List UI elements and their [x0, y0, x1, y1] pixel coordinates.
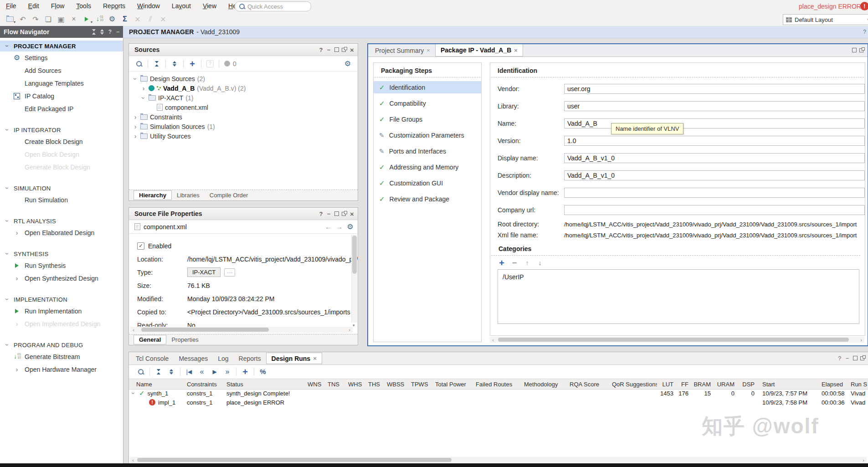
- design-runs-horizontal-scrollbar[interactable]: ‹ ›: [130, 457, 867, 463]
- error-badge-icon[interactable]: !: [860, 2, 868, 10]
- close-icon[interactable]: ×: [514, 47, 518, 54]
- column-header-rqa-score[interactable]: RQA Score: [568, 379, 610, 389]
- column-header-wns[interactable]: WNS: [306, 379, 326, 389]
- help-icon[interactable]: ?: [863, 29, 866, 35]
- collapse-all-button[interactable]: [152, 366, 165, 378]
- close-icon[interactable]: ×: [426, 47, 430, 54]
- nav-section-project-manager[interactable]: ›PROJECT MANAGER: [0, 41, 123, 51]
- nav-item-open-elaborated-design[interactable]: ›Open Elaborated Design: [0, 226, 123, 239]
- move-down-button[interactable]: ↓: [535, 258, 545, 267]
- expander-down-icon[interactable]: ›: [131, 390, 136, 396]
- packaging-step-compatibility[interactable]: ✓Compatibility: [374, 97, 481, 109]
- nav-item-open-synthesized-design[interactable]: ›Open Synthesized Design: [0, 272, 123, 285]
- nav-item-generate-block-design[interactable]: Generate Block Design: [0, 161, 123, 174]
- close-icon[interactable]: ×: [348, 210, 356, 217]
- nav-section-synthesis[interactable]: ›SYNTHESIS: [0, 248, 123, 259]
- remove-category-button[interactable]: −: [509, 258, 519, 267]
- column-header-dsp[interactable]: DSP: [736, 379, 756, 389]
- first-run-button[interactable]: |◀: [183, 366, 195, 378]
- help-icon[interactable]: ?: [317, 46, 325, 53]
- column-header-wbss[interactable]: WBSS: [385, 379, 409, 389]
- sources-settings-button[interactable]: ⚙: [341, 58, 354, 70]
- editor-tab-project-summary[interactable]: Project Summary×: [370, 44, 435, 56]
- tree-item-vadd-a-b[interactable]: ›Vadd_A_B (Vadd_A_B.v) (2): [129, 83, 358, 93]
- report-button[interactable]: Σ: [118, 13, 131, 25]
- nav-item-run-simulation[interactable]: Run Simulation: [0, 194, 123, 206]
- packaging-step-customization-gui[interactable]: ✓Customization GUI: [374, 177, 481, 189]
- nav-item-open-implemented-design[interactable]: ›Open Implemented Design: [0, 318, 123, 330]
- expander-down-icon[interactable]: ›: [141, 95, 146, 101]
- field-input-display-name[interactable]: Vadd_A_B_v1_0: [564, 153, 865, 163]
- layout-selector[interactable]: Default Layout ▾: [783, 14, 868, 25]
- field-input-vendor[interactable]: user.org: [564, 84, 865, 94]
- search-button[interactable]: [134, 366, 147, 378]
- field-input-version[interactable]: 1.0: [564, 136, 865, 146]
- gear-icon[interactable]: ⚙: [346, 223, 354, 231]
- packaging-step-addressing-and-memory[interactable]: ✓Addressing and Memory: [374, 161, 481, 173]
- sources-tab-libraries[interactable]: Libraries: [172, 190, 205, 200]
- float-icon[interactable]: [859, 354, 867, 362]
- nav-section-program-and-debug[interactable]: ›PROGRAM AND DEBUG: [0, 339, 123, 350]
- editor-tab-package-ip-vadd-a-b[interactable]: Package IP - Vadd_A_B×: [435, 44, 523, 56]
- collapse-all-button[interactable]: [150, 58, 163, 70]
- identification-horizontal-scrollbar[interactable]: ‹ ›: [490, 337, 864, 343]
- menu-edit[interactable]: Edit: [22, 0, 45, 12]
- column-header-methodology[interactable]: Methodology: [522, 379, 568, 389]
- expand-all-icon[interactable]: [100, 29, 104, 35]
- tree-item-simulation-sources[interactable]: ›Simulation Sources (1): [129, 122, 358, 131]
- float-icon[interactable]: [858, 46, 866, 54]
- quick-access-search[interactable]: Quick Access: [235, 1, 311, 11]
- design-run-row-synth-1[interactable]: ›✓synth_1constrs_1synth_design Complete!…: [129, 389, 868, 398]
- minimize-icon[interactable]: −: [843, 354, 851, 362]
- expander-right-icon[interactable]: ›: [133, 124, 138, 129]
- expander-down-icon[interactable]: ›: [133, 76, 138, 82]
- column-header-total-power[interactable]: Total Power: [433, 379, 474, 389]
- menu-window[interactable]: Window: [131, 0, 166, 12]
- minimize-icon[interactable]: −: [325, 210, 333, 217]
- tree-item-utility-sources[interactable]: ›Utility Sources: [129, 131, 358, 141]
- properties-vertical-scrollbar[interactable]: ▾: [351, 235, 357, 323]
- menu-view[interactable]: View: [197, 0, 222, 12]
- nav-section-ip-integrator[interactable]: ›IP INTEGRATOR: [0, 124, 123, 135]
- more-button[interactable]: ···: [224, 268, 235, 277]
- back-icon[interactable]: ←: [324, 223, 332, 231]
- packaging-step-customization-parameters[interactable]: ✎Customization Parameters: [374, 129, 481, 141]
- play-run-button[interactable]: ▶: [208, 366, 221, 378]
- column-header-constraints[interactable]: Constraints: [185, 379, 225, 389]
- help-icon[interactable]: ?: [836, 354, 843, 362]
- move-up-button[interactable]: ↑: [522, 258, 532, 267]
- packaging-step-file-groups[interactable]: ✓File Groups: [374, 113, 481, 125]
- settings-button[interactable]: ⚙: [106, 13, 118, 25]
- sources-tab-compile-order[interactable]: Compile Order: [205, 190, 253, 200]
- column-header-qor-suggestions[interactable]: QoR Suggestions: [610, 379, 657, 389]
- help-icon[interactable]: ?: [317, 210, 325, 217]
- tree-item-component-xml[interactable]: component.xml: [129, 103, 358, 112]
- nav-section-simulation[interactable]: ›SIMULATION: [0, 183, 123, 194]
- packaging-step-ports-and-interfaces[interactable]: ✎Ports and Interfaces: [374, 145, 481, 157]
- column-header-whs[interactable]: WHS: [346, 379, 366, 389]
- packaging-step-identification[interactable]: ✓Identification: [374, 81, 481, 93]
- create-run-button[interactable]: +: [239, 366, 252, 378]
- menu-tools[interactable]: Tools: [70, 0, 97, 12]
- close-icon[interactable]: ×: [313, 355, 317, 362]
- collapse-all-icon[interactable]: [92, 29, 96, 35]
- percent-button[interactable]: %: [257, 366, 269, 378]
- column-header-failed-routes[interactable]: Failed Routes: [474, 379, 522, 389]
- properties-tab-general[interactable]: General: [134, 335, 166, 344]
- add-category-button[interactable]: +: [497, 258, 507, 267]
- column-header-uram[interactable]: URAM: [713, 379, 736, 389]
- enabled-checkbox[interactable]: ✓: [137, 242, 144, 250]
- column-header-lut[interactable]: LUT: [657, 379, 675, 389]
- column-header-tns[interactable]: TNS: [326, 379, 346, 389]
- column-header-ff[interactable]: FF: [675, 379, 690, 389]
- nav-item-settings[interactable]: ⚙Settings: [0, 51, 123, 64]
- sources-tab-hierarchy[interactable]: Hierarchy: [134, 190, 172, 200]
- nav-item-open-block-design[interactable]: Open Block Design: [0, 148, 123, 161]
- nav-item-open-hardware-manager[interactable]: ›Open Hardware Manager: [0, 363, 123, 376]
- redo-button[interactable]: ↷: [29, 13, 42, 25]
- expander-right-icon[interactable]: ›: [133, 133, 138, 139]
- tree-item-ip-xact[interactable]: ›IP-XACT (1): [129, 93, 358, 103]
- nav-section-rtl-analysis[interactable]: ›RTL ANALYSIS: [0, 216, 123, 226]
- copy-button[interactable]: ❏: [42, 13, 55, 25]
- column-header-run-s[interactable]: Run S: [849, 379, 868, 389]
